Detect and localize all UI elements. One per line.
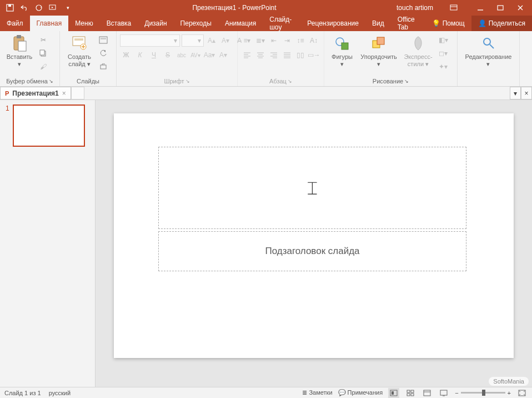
columns-icon[interactable]: ▯▯ xyxy=(294,49,307,61)
tabs-dropdown-icon[interactable]: ▾ xyxy=(510,87,521,100)
decrease-font-icon[interactable]: A▾ xyxy=(219,34,232,47)
quick-styles-button[interactable]: Экспресс-стили ▾ xyxy=(401,33,435,67)
minimize-button[interactable] xyxy=(471,2,490,14)
slideshow-view-icon[interactable] xyxy=(438,388,449,398)
bullets-icon[interactable]: ≡▾ xyxy=(241,34,253,47)
svg-rect-15 xyxy=(101,38,106,39)
decrease-indent-icon[interactable]: ⇤ xyxy=(268,34,280,47)
reading-view-icon[interactable] xyxy=(421,388,433,398)
dialog-launcher-icon[interactable]: ↘ xyxy=(288,78,292,84)
tab-insert[interactable]: Вставка xyxy=(100,16,138,31)
char-spacing-button[interactable]: AV▾ xyxy=(189,49,202,61)
arrange-button[interactable]: Упорядочить▾ xyxy=(359,33,399,67)
fit-to-window-icon[interactable] xyxy=(516,388,528,398)
zoom-slider[interactable] xyxy=(461,392,505,394)
maximize-button[interactable] xyxy=(491,2,510,14)
italic-button[interactable]: К xyxy=(134,49,146,61)
strikethrough-button[interactable]: S xyxy=(162,49,174,61)
tab-animations[interactable]: Анимация xyxy=(218,16,263,31)
dialog-launcher-icon[interactable]: ↘ xyxy=(404,78,409,84)
bold-button[interactable]: Ж xyxy=(120,49,132,61)
notes-button[interactable]: ≣ Заметки xyxy=(302,389,332,396)
line-spacing-icon[interactable]: ↕≡ xyxy=(294,34,307,47)
font-size-combo[interactable]: ▾ xyxy=(182,34,204,47)
title-placeholder[interactable]: ⌶ xyxy=(158,147,466,229)
tab-view[interactable]: Вид xyxy=(365,16,391,31)
paste-button[interactable]: Вставить▾ xyxy=(3,33,36,67)
close-button[interactable] xyxy=(511,2,530,14)
increase-font-icon[interactable]: A▴ xyxy=(205,34,218,47)
tab-review[interactable]: Рецензирование xyxy=(300,16,365,31)
dialog-launcher-icon[interactable]: ↘ xyxy=(185,78,190,84)
undo-icon[interactable] xyxy=(20,3,29,12)
normal-view-icon[interactable] xyxy=(388,388,399,398)
quick-styles-icon xyxy=(409,34,427,52)
underline-button[interactable]: Ч xyxy=(148,49,160,61)
cut-icon[interactable]: ✂ xyxy=(38,34,49,46)
slide-thumbnail[interactable] xyxy=(13,105,85,147)
tab-home[interactable]: Главная xyxy=(30,16,69,31)
comments-button[interactable]: 💬 Примечания xyxy=(338,389,383,396)
copy-icon[interactable] xyxy=(38,48,49,59)
document-tab[interactable]: P Презентация1 × xyxy=(0,87,71,100)
format-painter-icon[interactable]: 🖌 xyxy=(38,61,49,72)
close-all-tabs-icon[interactable]: × xyxy=(521,87,532,100)
editing-button[interactable]: Редактирование▾ xyxy=(461,33,516,67)
svg-rect-10 xyxy=(40,50,44,55)
tab-slideshow[interactable]: Слайд-шоу xyxy=(263,16,300,31)
text-direction-icon[interactable]: A↕ xyxy=(308,34,320,47)
tab-tell-me[interactable]: 💡Помощ xyxy=(425,16,471,31)
zoom-out-button[interactable]: − xyxy=(455,390,458,396)
editing-label: Редактирование xyxy=(465,53,512,60)
language-button[interactable]: русский xyxy=(49,390,71,396)
shapes-button[interactable]: Фигуры▾ xyxy=(328,33,357,67)
align-right-icon[interactable] xyxy=(268,49,280,61)
text-cursor-icon: ⌶ xyxy=(308,179,317,197)
tab-file[interactable]: Файл xyxy=(0,16,30,31)
close-tab-icon[interactable]: × xyxy=(62,89,66,97)
qat-dropdown-icon[interactable]: ▾ xyxy=(63,3,72,12)
lightbulb-icon: 💡 xyxy=(432,19,440,27)
numbering-icon[interactable]: ≣▾ xyxy=(254,34,267,47)
new-slide-icon xyxy=(71,34,88,52)
new-document-tab[interactable] xyxy=(71,87,84,100)
reset-icon[interactable] xyxy=(98,48,109,59)
layout-icon[interactable] xyxy=(98,34,109,46)
justify-icon[interactable] xyxy=(281,49,293,61)
section-icon[interactable] xyxy=(98,61,109,72)
ribbon-options-icon[interactable] xyxy=(444,2,463,14)
slide-counter[interactable]: Слайд 1 из 1 xyxy=(4,390,41,396)
align-left-icon[interactable] xyxy=(241,49,253,61)
tab-officetab[interactable]: Office Tab xyxy=(391,16,425,31)
tab-design[interactable]: Дизайн xyxy=(138,16,173,31)
thumb-number: 1 xyxy=(6,105,9,147)
font-family-combo[interactable]: ▾ xyxy=(120,34,180,47)
user-name-label[interactable]: touch artiom xyxy=(397,4,433,12)
shape-effects-icon[interactable]: ✦▾ xyxy=(438,61,449,72)
change-case-button[interactable]: Aa▾ xyxy=(203,49,215,61)
slide[interactable]: ⌶ Подзаголовок слайда xyxy=(114,113,514,358)
smartart-icon[interactable]: ▭→ xyxy=(308,49,320,61)
ribbon: Вставить▾ ✂ 🖌 Буфер обмена ↘ Создать сла… xyxy=(0,31,532,87)
dialog-launcher-icon[interactable]: ↘ xyxy=(49,78,53,84)
shape-outline-icon[interactable]: ◻▾ xyxy=(438,48,449,59)
sorter-view-icon[interactable] xyxy=(405,388,416,398)
shape-fill-icon[interactable]: ◧▾ xyxy=(438,34,449,46)
start-from-beginning-icon[interactable] xyxy=(49,3,58,12)
subtitle-placeholder[interactable]: Подзаголовок слайда xyxy=(158,231,466,271)
font-color-button[interactable]: A▾ xyxy=(217,49,229,61)
new-slide-button[interactable]: Создать слайд ▾ xyxy=(63,33,96,67)
document-tab-label: Презентация1 xyxy=(12,89,58,97)
watermark: SoftoMania xyxy=(489,377,529,386)
zoom-in-button[interactable]: + xyxy=(508,390,511,396)
tab-transitions[interactable]: Переходы xyxy=(174,16,218,31)
redo-icon[interactable] xyxy=(34,3,43,12)
save-icon[interactable] xyxy=(6,3,14,12)
align-center-icon[interactable] xyxy=(254,49,267,61)
text-shadow-button[interactable]: abc xyxy=(175,49,188,61)
window-title: Презентация1 - PowerPoint xyxy=(72,4,397,12)
group-clipboard: Вставить▾ ✂ 🖌 Буфер обмена ↘ xyxy=(0,31,60,86)
tab-menu[interactable]: Меню xyxy=(68,16,99,31)
increase-indent-icon[interactable]: ⇥ xyxy=(281,34,293,47)
tab-share[interactable]: 👤Поделиться xyxy=(471,16,532,31)
